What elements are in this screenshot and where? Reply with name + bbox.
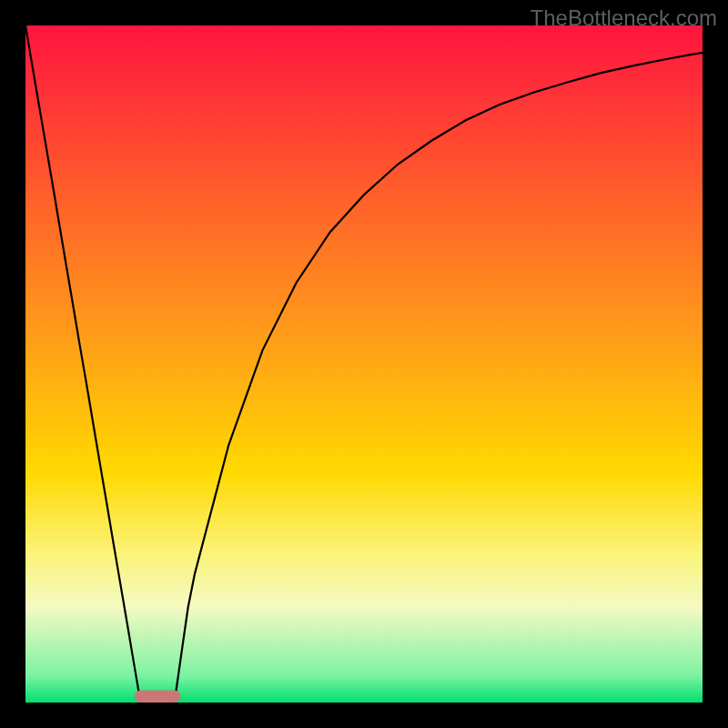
plot-area [25, 25, 703, 703]
chart-frame: TheBottleneck.com [0, 0, 728, 728]
watermark-text: TheBottleneck.com [531, 5, 717, 31]
bottleneck-chart-svg [0, 0, 728, 728]
optimal-marker [135, 691, 181, 703]
